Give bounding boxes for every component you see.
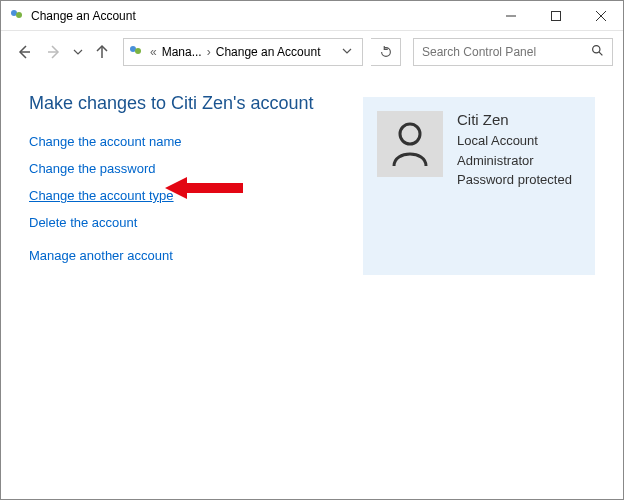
search-box[interactable] — [413, 38, 613, 66]
back-button[interactable] — [11, 39, 37, 65]
svg-rect-3 — [551, 11, 560, 20]
change-type-link[interactable]: Change the account type — [29, 188, 174, 203]
account-name: Citi Zen — [457, 111, 572, 128]
search-input[interactable] — [422, 45, 591, 59]
svg-line-12 — [599, 52, 602, 55]
address-bar[interactable]: « Mana... › Change an Account — [123, 38, 363, 66]
forward-button[interactable] — [41, 39, 67, 65]
maximize-button[interactable] — [533, 1, 578, 31]
breadcrumb-parent[interactable]: Mana... — [159, 45, 205, 59]
svg-point-1 — [16, 12, 22, 18]
up-button[interactable] — [89, 39, 115, 65]
window-title: Change an Account — [31, 9, 136, 23]
address-dropdown[interactable] — [336, 45, 358, 59]
page-title: Make changes to Citi Zen's account — [29, 93, 363, 114]
minimize-button[interactable] — [488, 1, 533, 31]
svg-point-10 — [135, 48, 141, 54]
recent-dropdown[interactable] — [71, 39, 85, 65]
change-password-link[interactable]: Change the password — [29, 161, 155, 176]
users-icon — [9, 8, 25, 24]
avatar — [377, 111, 443, 177]
navbar: « Mana... › Change an Account — [1, 31, 623, 73]
account-role: Administrator — [457, 151, 572, 171]
search-icon — [591, 44, 604, 60]
svg-point-11 — [593, 46, 600, 53]
breadcrumb-current[interactable]: Change an Account — [213, 45, 324, 59]
manage-another-link[interactable]: Manage another account — [29, 248, 173, 263]
svg-point-13 — [400, 124, 420, 144]
titlebar: Change an Account — [1, 1, 623, 31]
account-protection: Password protected — [457, 170, 572, 190]
delete-account-link[interactable]: Delete the account — [29, 215, 137, 230]
close-button[interactable] — [578, 1, 623, 31]
breadcrumb-overflow[interactable]: « — [148, 45, 159, 59]
users-icon — [128, 44, 144, 60]
account-card: Citi Zen Local Account Administrator Pas… — [363, 97, 595, 275]
account-type: Local Account — [457, 131, 572, 151]
refresh-button[interactable] — [371, 38, 401, 66]
chevron-right-icon: › — [205, 45, 213, 59]
change-name-link[interactable]: Change the account name — [29, 134, 182, 149]
